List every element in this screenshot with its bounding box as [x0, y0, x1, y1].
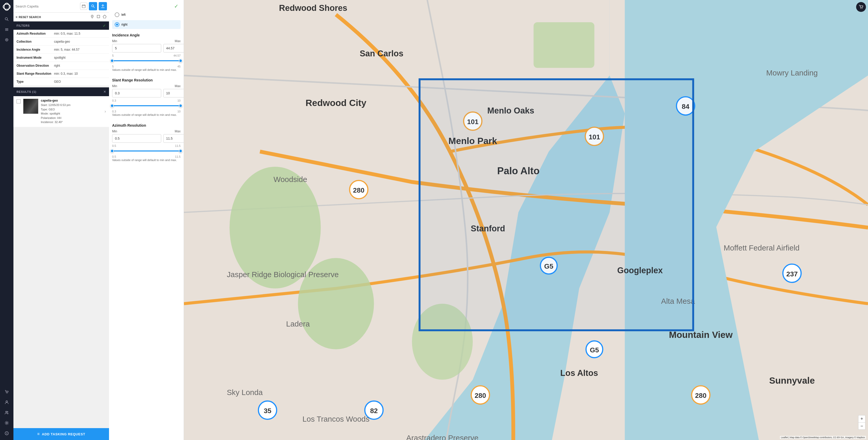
- cart-nav-btn[interactable]: [2, 387, 11, 397]
- svg-text:Sky Londa: Sky Londa: [227, 388, 263, 397]
- filters-table: Azimuth Resolution min: 0.5, max: 11.5 C…: [13, 30, 109, 86]
- result-checkbox-0[interactable]: [17, 99, 21, 104]
- svg-text:280: 280: [695, 392, 707, 400]
- layers-nav-btn[interactable]: [2, 25, 11, 34]
- svg-point-92: [862, 8, 862, 9]
- slant-max-input[interactable]: [163, 89, 184, 97]
- svg-point-25: [92, 16, 93, 17]
- slant-min-input[interactable]: [112, 89, 161, 97]
- help-nav-btn[interactable]: ?: [2, 429, 11, 438]
- svg-text:35: 35: [264, 407, 271, 415]
- search-input[interactable]: [16, 4, 79, 8]
- svg-text:Redwood Shores: Redwood Shores: [279, 3, 347, 13]
- overlay-check-icon: ✓: [174, 3, 179, 9]
- slant-slider[interactable]: [112, 103, 181, 108]
- svg-text:Los Trancos Woods: Los Trancos Woods: [303, 415, 369, 423]
- svg-text:Jasper Ridge Biological Preser: Jasper Ridge Biological Preserve: [227, 270, 339, 279]
- incidence-range-min: 5: [112, 65, 114, 68]
- svg-text:Ladera: Ladera: [286, 320, 310, 328]
- incidence-note: Values outside of range will default to …: [112, 68, 181, 72]
- filters-check-icon: ✓: [103, 24, 106, 28]
- incidence-slider[interactable]: [112, 58, 181, 63]
- svg-point-14: [6, 422, 7, 424]
- reset-bar: × RESET SEARCH: [13, 13, 109, 22]
- results-title: RESULTS (1): [17, 90, 36, 93]
- reset-x-icon: ×: [16, 15, 18, 19]
- filter-row-type: Type GEO: [13, 78, 109, 86]
- azimuth-max-label: Max: [175, 129, 181, 133]
- slant-min-label: Min: [112, 84, 117, 88]
- filter-label-collection: Collection: [17, 40, 54, 43]
- result-info-0: capella-geo Start: 12/05/20 6:53 pm Type…: [41, 99, 102, 124]
- svg-text:Mowry Landing: Mowry Landing: [766, 68, 817, 77]
- calendar-btn[interactable]: [80, 3, 87, 10]
- slant-slider-min: 0.3: [112, 99, 116, 102]
- azimuth-min-input[interactable]: [112, 134, 161, 143]
- svg-rect-89: [420, 79, 693, 330]
- group-nav-btn[interactable]: [2, 408, 11, 417]
- cart-map-btn[interactable]: [856, 2, 866, 12]
- zoom-in-btn[interactable]: +: [858, 415, 865, 422]
- svg-text:Sunnyvale: Sunnyvale: [769, 375, 815, 385]
- filter-value-azimuth: min: 0.5, max: 11.5: [54, 32, 80, 35]
- svg-point-91: [861, 8, 861, 9]
- slant-minmax: 0.3 10: [112, 110, 181, 113]
- filter-row-incidence: Incidence Angle min: 5, max: 44.57: [13, 46, 109, 54]
- incidence-min-input[interactable]: [112, 44, 161, 53]
- incidence-slider-min: 5: [112, 54, 114, 57]
- radio-left-circle: [115, 12, 119, 17]
- svg-rect-6: [5, 30, 8, 31]
- map-area[interactable]: 280 101 101 84 880 237 G5 G5 35 280 280 …: [184, 0, 868, 440]
- incidence-label-row: Min Max: [112, 39, 181, 43]
- incidence-max-input[interactable]: [163, 44, 184, 53]
- svg-point-11: [6, 401, 7, 402]
- filter-label-type: Type: [17, 80, 54, 84]
- result-name-0: capella-geo: [41, 99, 102, 102]
- slant-max-label: Max: [175, 84, 181, 88]
- result-arrow-0: ›: [104, 109, 106, 114]
- reset-bar-icons: [90, 14, 107, 20]
- search-submit-btn[interactable]: [89, 2, 97, 10]
- filter-row-slant: Slant Range Resolution min: 0.3, max: 10: [13, 70, 109, 78]
- svg-line-3: [7, 20, 8, 21]
- svg-rect-34: [533, 22, 594, 68]
- azimuth-section-title: Azimuth Resolution: [112, 123, 181, 127]
- radio-right-circle: [115, 22, 119, 27]
- reset-search-btn[interactable]: × RESET SEARCH: [16, 15, 41, 19]
- azimuth-label-row: Min Max: [112, 129, 181, 133]
- azimuth-note: Values outside of range will default to …: [112, 158, 181, 162]
- user-nav-btn[interactable]: [2, 398, 11, 407]
- filter-label-slant: Slant Range Resolution: [17, 72, 54, 76]
- radio-left[interactable]: left: [112, 10, 181, 19]
- svg-line-22: [94, 7, 95, 8]
- add-tasking-btn[interactable]: ≡ ADD TASKING REQUEST: [13, 428, 109, 440]
- reset-label: RESET SEARCH: [19, 16, 41, 19]
- search-nav-btn[interactable]: [2, 14, 11, 24]
- filters-header: FILTERS ✓: [13, 22, 109, 30]
- incidence-min-label: Min: [112, 39, 117, 43]
- svg-point-12: [6, 411, 7, 413]
- filter-nav-btn[interactable]: [2, 35, 11, 45]
- settings-nav-btn[interactable]: [2, 418, 11, 428]
- square-draw-btn[interactable]: [96, 14, 101, 20]
- add-tasking-label: ADD TASKING REQUEST: [42, 432, 85, 436]
- filter-value-slant: min: 0.3, max: 10: [54, 72, 78, 76]
- results-close-btn[interactable]: ×: [103, 89, 106, 94]
- svg-text:Redwood City: Redwood City: [306, 98, 367, 108]
- upload-btn[interactable]: [99, 2, 107, 10]
- zoom-out-btn[interactable]: −: [858, 422, 865, 430]
- azimuth-range-labels: 0.5 11.5: [112, 144, 181, 147]
- azimuth-max-input[interactable]: [163, 134, 184, 143]
- location-pin-btn[interactable]: [90, 14, 95, 20]
- svg-text:?: ?: [6, 432, 7, 435]
- result-item-0[interactable]: capella-geo Start: 12/05/20 6:53 pm Type…: [13, 96, 109, 127]
- azimuth-slider[interactable]: [112, 148, 181, 153]
- azimuth-range-max: 11.5: [175, 155, 181, 158]
- filter-value-incidence: min: 5, max: 44.57: [54, 48, 80, 52]
- svg-point-13: [7, 411, 8, 412]
- radio-right[interactable]: right: [112, 20, 181, 29]
- polygon-draw-btn[interactable]: [102, 14, 107, 20]
- sidebar: ?: [0, 0, 13, 440]
- incidence-slider-max: 44.57: [173, 54, 181, 57]
- map-svg: 280 101 101 84 880 237 G5 G5 35 280 280 …: [184, 0, 868, 440]
